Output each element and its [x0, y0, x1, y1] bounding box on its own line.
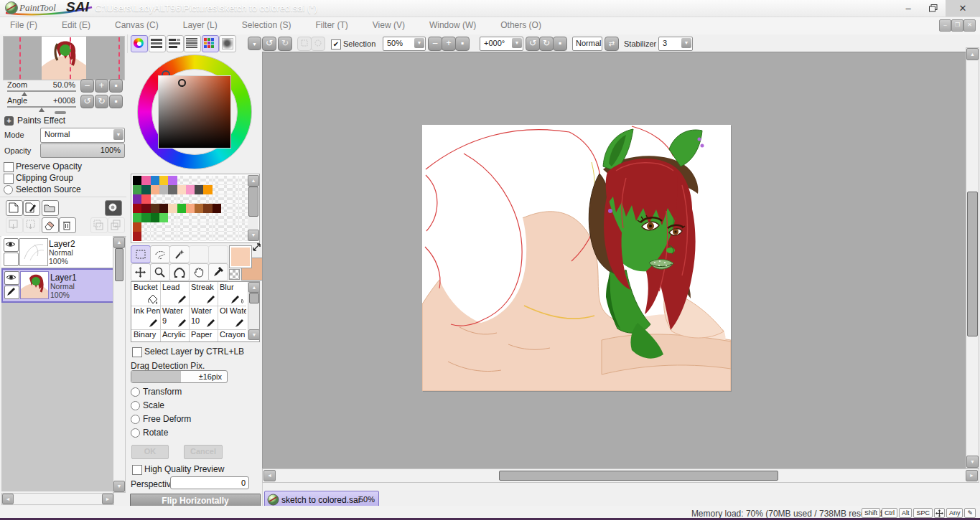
swatch[interactable] [141, 232, 150, 241]
swatch[interactable] [203, 185, 212, 194]
pan-mode-button[interactable] [934, 508, 945, 517]
scroll-left-icon[interactable]: ◄ [2, 494, 14, 504]
layer-row-layer1[interactable]: Layer1 Normal 100% [1, 268, 113, 303]
swatch[interactable] [159, 194, 168, 204]
swatch[interactable] [133, 204, 141, 213]
layer-mode-dropdown-icon[interactable]: ▼ [113, 129, 123, 140]
menu-window[interactable]: Window (W) [426, 19, 479, 32]
scroll-up-icon[interactable]: ▲ [248, 175, 259, 187]
swatch[interactable] [239, 194, 248, 204]
swatch[interactable] [168, 194, 177, 204]
tool-hand[interactable] [189, 263, 209, 281]
swatch[interactable] [168, 185, 177, 194]
opacity-slider[interactable]: 100% [40, 143, 125, 158]
scroll-up-icon[interactable]: ▲ [966, 48, 979, 60]
menu-file[interactable]: File (F) [7, 19, 40, 32]
transform-radio[interactable] [131, 387, 140, 397]
swatches-scrollbar[interactable]: ▲ ▼ [248, 175, 258, 241]
swatch[interactable] [195, 185, 203, 194]
hsv-sliders-mode-button[interactable] [167, 35, 184, 52]
brush-binary[interactable]: Binary [131, 329, 161, 342]
swatches-mode-button[interactable] [202, 35, 219, 52]
tool-move[interactable] [131, 263, 151, 281]
scroll-down-icon[interactable]: ▼ [113, 481, 125, 492]
perspective-input[interactable] [170, 476, 249, 489]
swatch[interactable] [230, 185, 238, 194]
nav-zoom-out-button[interactable]: – [80, 79, 94, 93]
scrollbar-thumb[interactable] [248, 187, 258, 217]
swatch[interactable] [213, 194, 221, 204]
swatch[interactable] [195, 222, 203, 232]
tool-rotate-view[interactable] [169, 263, 190, 281]
swatch[interactable] [177, 185, 186, 194]
swatch[interactable] [168, 213, 177, 222]
swatch[interactable] [186, 222, 195, 232]
swatch[interactable] [168, 204, 177, 213]
canvas-viewport[interactable] [262, 52, 966, 468]
swatch[interactable] [159, 204, 168, 213]
menu-view[interactable]: View (V) [370, 19, 408, 32]
tool-lasso[interactable] [150, 245, 170, 263]
swatch[interactable] [221, 213, 230, 222]
scroll-down-icon[interactable]: ▼ [248, 230, 259, 241]
close-button[interactable]: ✕ [946, 0, 980, 17]
swatch[interactable] [195, 204, 203, 213]
menu-layer[interactable]: Layer (L) [180, 19, 220, 32]
undo-button[interactable]: ↺ [262, 37, 276, 51]
scroll-down-icon[interactable]: ▼ [248, 329, 260, 340]
clipping-group-checkbox[interactable] [4, 174, 14, 184]
ctrl-key-button[interactable]: Ctrl [882, 508, 897, 518]
brush-water-9[interactable]: Water 9 [160, 306, 190, 330]
canvas-hscrollbar-thumb[interactable] [499, 471, 778, 481]
navigator-preview[interactable] [3, 36, 125, 80]
swatch[interactable] [151, 185, 159, 194]
swatch[interactable] [141, 204, 150, 213]
swatch[interactable] [213, 222, 221, 232]
invert-selection-button[interactable] [311, 37, 325, 51]
copy-layer-button[interactable] [90, 217, 108, 233]
ok-button[interactable]: OK [131, 445, 169, 459]
redo-button[interactable]: ↻ [278, 37, 292, 51]
swatch[interactable] [230, 204, 238, 213]
swatch[interactable] [221, 222, 230, 232]
saturation-value-square[interactable] [158, 75, 231, 149]
swatch[interactable] [168, 176, 177, 185]
brush-lead[interactable]: Lead [160, 282, 190, 306]
primary-color-swatch[interactable] [229, 245, 252, 268]
swatch[interactable] [186, 232, 195, 241]
canvas-hscrollbar[interactable]: ◄ ► [262, 468, 979, 483]
selection-source-radio[interactable] [4, 185, 13, 194]
nav-zoom-slider[interactable] [7, 90, 76, 92]
scroll-left-icon[interactable]: ◄ [263, 470, 276, 481]
scrollbar-thumb[interactable] [249, 293, 259, 303]
swatch[interactable] [203, 204, 212, 213]
swatch[interactable] [141, 194, 150, 204]
panel-collapse-handle[interactable] [55, 111, 66, 114]
layer-mode-combo[interactable]: Normal ▼ [40, 128, 125, 143]
swatch[interactable] [213, 232, 221, 241]
rotate-ccw-button[interactable]: ↺ [526, 37, 540, 51]
scratchpad-mode-button[interactable] [219, 35, 236, 52]
swatch[interactable] [195, 176, 203, 185]
nav-rotate-cw-button[interactable]: ↻ [95, 95, 108, 108]
swatch[interactable] [186, 213, 195, 222]
scroll-up-icon[interactable]: ▲ [248, 282, 260, 293]
brush-water-10[interactable]: Water 10 [189, 306, 218, 330]
any-key-button[interactable]: Any [946, 508, 963, 518]
swatch[interactable] [221, 185, 230, 194]
swatch[interactable] [177, 213, 186, 222]
tool-eyedropper[interactable] [208, 263, 228, 281]
swatch[interactable] [195, 232, 203, 241]
layer2-thumbnail[interactable] [19, 238, 48, 266]
swatch[interactable] [151, 213, 159, 222]
swatch[interactable] [141, 176, 150, 185]
select-layer-checkbox[interactable] [132, 347, 142, 357]
stabilizer-combo[interactable]: 3 ▼ [658, 37, 693, 51]
swatch[interactable] [168, 222, 177, 232]
minimize-button[interactable]: – [896, 0, 920, 17]
layer-mask-button[interactable] [105, 200, 122, 216]
swatch[interactable] [213, 213, 221, 222]
swatch[interactable] [177, 222, 186, 232]
swatch[interactable] [239, 222, 248, 232]
swatch[interactable] [177, 232, 186, 241]
